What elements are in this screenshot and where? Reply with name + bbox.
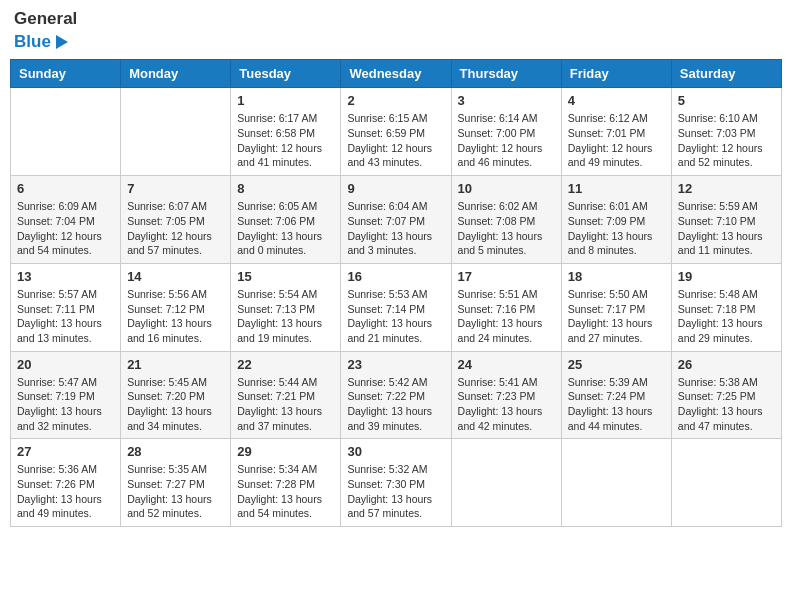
header: General Blue [10,10,782,51]
dow-header-thursday: Thursday [451,60,561,88]
day-info: Sunrise: 6:02 AMSunset: 7:08 PMDaylight:… [458,199,555,258]
day-info: Sunrise: 5:32 AMSunset: 7:30 PMDaylight:… [347,462,444,521]
logo: General Blue [14,10,77,51]
calendar-cell: 1Sunrise: 6:17 AMSunset: 6:58 PMDaylight… [231,88,341,176]
day-number: 27 [17,444,114,459]
calendar-cell: 5Sunrise: 6:10 AMSunset: 7:03 PMDaylight… [671,88,781,176]
day-info: Sunrise: 5:38 AMSunset: 7:25 PMDaylight:… [678,375,775,434]
day-number: 15 [237,269,334,284]
day-number: 19 [678,269,775,284]
logo-blue: Blue [14,33,68,52]
day-info: Sunrise: 5:48 AMSunset: 7:18 PMDaylight:… [678,287,775,346]
calendar-cell [11,88,121,176]
days-of-week-row: SundayMondayTuesdayWednesdayThursdayFrid… [11,60,782,88]
calendar-cell: 19Sunrise: 5:48 AMSunset: 7:18 PMDayligh… [671,263,781,351]
calendar-cell: 2Sunrise: 6:15 AMSunset: 6:59 PMDaylight… [341,88,451,176]
calendar-cell: 16Sunrise: 5:53 AMSunset: 7:14 PMDayligh… [341,263,451,351]
calendar-cell: 6Sunrise: 6:09 AMSunset: 7:04 PMDaylight… [11,176,121,264]
calendar-cell: 30Sunrise: 5:32 AMSunset: 7:30 PMDayligh… [341,439,451,527]
calendar-cell: 17Sunrise: 5:51 AMSunset: 7:16 PMDayligh… [451,263,561,351]
day-number: 17 [458,269,555,284]
day-number: 24 [458,357,555,372]
calendar-cell [451,439,561,527]
day-number: 6 [17,181,114,196]
day-number: 14 [127,269,224,284]
day-number: 20 [17,357,114,372]
day-number: 22 [237,357,334,372]
day-number: 26 [678,357,775,372]
day-info: Sunrise: 5:41 AMSunset: 7:23 PMDaylight:… [458,375,555,434]
day-number: 21 [127,357,224,372]
day-info: Sunrise: 6:17 AMSunset: 6:58 PMDaylight:… [237,111,334,170]
calendar-cell [121,88,231,176]
day-number: 8 [237,181,334,196]
calendar-cell [561,439,671,527]
calendar-cell: 24Sunrise: 5:41 AMSunset: 7:23 PMDayligh… [451,351,561,439]
calendar-cell: 12Sunrise: 5:59 AMSunset: 7:10 PMDayligh… [671,176,781,264]
day-number: 1 [237,93,334,108]
day-number: 11 [568,181,665,196]
logo-general: General [14,10,77,29]
day-number: 25 [568,357,665,372]
calendar-cell: 27Sunrise: 5:36 AMSunset: 7:26 PMDayligh… [11,439,121,527]
calendar-cell: 25Sunrise: 5:39 AMSunset: 7:24 PMDayligh… [561,351,671,439]
day-number: 5 [678,93,775,108]
day-number: 7 [127,181,224,196]
day-info: Sunrise: 5:35 AMSunset: 7:27 PMDaylight:… [127,462,224,521]
calendar-cell: 21Sunrise: 5:45 AMSunset: 7:20 PMDayligh… [121,351,231,439]
day-info: Sunrise: 6:05 AMSunset: 7:06 PMDaylight:… [237,199,334,258]
calendar-cell: 7Sunrise: 6:07 AMSunset: 7:05 PMDaylight… [121,176,231,264]
day-info: Sunrise: 5:50 AMSunset: 7:17 PMDaylight:… [568,287,665,346]
day-number: 16 [347,269,444,284]
day-number: 2 [347,93,444,108]
day-number: 3 [458,93,555,108]
calendar-cell [671,439,781,527]
day-info: Sunrise: 5:36 AMSunset: 7:26 PMDaylight:… [17,462,114,521]
day-number: 28 [127,444,224,459]
day-info: Sunrise: 6:01 AMSunset: 7:09 PMDaylight:… [568,199,665,258]
week-row-5: 27Sunrise: 5:36 AMSunset: 7:26 PMDayligh… [11,439,782,527]
dow-header-monday: Monday [121,60,231,88]
dow-header-saturday: Saturday [671,60,781,88]
day-info: Sunrise: 5:44 AMSunset: 7:21 PMDaylight:… [237,375,334,434]
day-info: Sunrise: 6:07 AMSunset: 7:05 PMDaylight:… [127,199,224,258]
calendar-cell: 14Sunrise: 5:56 AMSunset: 7:12 PMDayligh… [121,263,231,351]
calendar-cell: 18Sunrise: 5:50 AMSunset: 7:17 PMDayligh… [561,263,671,351]
day-info: Sunrise: 5:59 AMSunset: 7:10 PMDaylight:… [678,199,775,258]
day-info: Sunrise: 6:12 AMSunset: 7:01 PMDaylight:… [568,111,665,170]
calendar-cell: 28Sunrise: 5:35 AMSunset: 7:27 PMDayligh… [121,439,231,527]
day-number: 12 [678,181,775,196]
calendar-cell: 29Sunrise: 5:34 AMSunset: 7:28 PMDayligh… [231,439,341,527]
calendar-cell: 23Sunrise: 5:42 AMSunset: 7:22 PMDayligh… [341,351,451,439]
calendar-cell: 4Sunrise: 6:12 AMSunset: 7:01 PMDaylight… [561,88,671,176]
day-info: Sunrise: 5:39 AMSunset: 7:24 PMDaylight:… [568,375,665,434]
day-info: Sunrise: 5:56 AMSunset: 7:12 PMDaylight:… [127,287,224,346]
week-row-2: 6Sunrise: 6:09 AMSunset: 7:04 PMDaylight… [11,176,782,264]
day-number: 10 [458,181,555,196]
calendar-cell: 15Sunrise: 5:54 AMSunset: 7:13 PMDayligh… [231,263,341,351]
calendar-cell: 9Sunrise: 6:04 AMSunset: 7:07 PMDaylight… [341,176,451,264]
day-info: Sunrise: 5:53 AMSunset: 7:14 PMDaylight:… [347,287,444,346]
day-number: 18 [568,269,665,284]
day-info: Sunrise: 6:09 AMSunset: 7:04 PMDaylight:… [17,199,114,258]
day-info: Sunrise: 5:47 AMSunset: 7:19 PMDaylight:… [17,375,114,434]
day-info: Sunrise: 5:51 AMSunset: 7:16 PMDaylight:… [458,287,555,346]
calendar-cell: 26Sunrise: 5:38 AMSunset: 7:25 PMDayligh… [671,351,781,439]
day-info: Sunrise: 6:15 AMSunset: 6:59 PMDaylight:… [347,111,444,170]
day-number: 29 [237,444,334,459]
day-number: 13 [17,269,114,284]
week-row-3: 13Sunrise: 5:57 AMSunset: 7:11 PMDayligh… [11,263,782,351]
day-number: 30 [347,444,444,459]
week-row-1: 1Sunrise: 6:17 AMSunset: 6:58 PMDaylight… [11,88,782,176]
dow-header-wednesday: Wednesday [341,60,451,88]
calendar-cell: 11Sunrise: 6:01 AMSunset: 7:09 PMDayligh… [561,176,671,264]
dow-header-sunday: Sunday [11,60,121,88]
day-info: Sunrise: 5:54 AMSunset: 7:13 PMDaylight:… [237,287,334,346]
day-info: Sunrise: 5:34 AMSunset: 7:28 PMDaylight:… [237,462,334,521]
dow-header-tuesday: Tuesday [231,60,341,88]
day-info: Sunrise: 6:14 AMSunset: 7:00 PMDaylight:… [458,111,555,170]
day-info: Sunrise: 5:42 AMSunset: 7:22 PMDaylight:… [347,375,444,434]
calendar-cell: 10Sunrise: 6:02 AMSunset: 7:08 PMDayligh… [451,176,561,264]
day-info: Sunrise: 5:45 AMSunset: 7:20 PMDaylight:… [127,375,224,434]
calendar-cell: 20Sunrise: 5:47 AMSunset: 7:19 PMDayligh… [11,351,121,439]
